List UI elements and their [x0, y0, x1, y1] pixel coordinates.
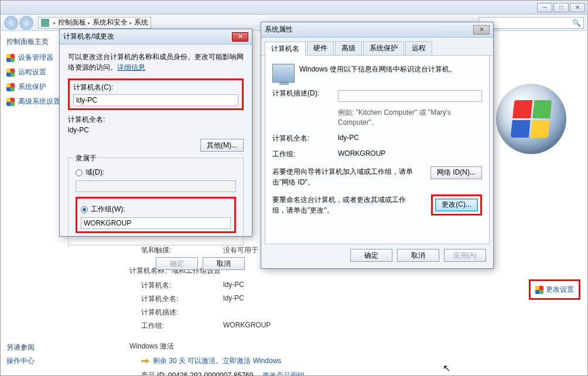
computer-name-highlight: 计算机名(C):: [68, 78, 244, 110]
tab-remote[interactable]: 远程: [405, 41, 432, 55]
activation-link[interactable]: 剩余 30 天 可以激活。立即激活 Windows: [141, 356, 576, 366]
intro-text: Windows 使用以下信息在网络中标识这台计算机。: [299, 64, 456, 74]
workgroup-value: WORKGROUP: [338, 149, 385, 159]
domain-radio-row[interactable]: 域(D):: [76, 168, 236, 177]
desc-example: 例如: "Kitchen Computer" 或 "Mary's Compute…: [338, 108, 482, 128]
domain-input[interactable]: [76, 180, 236, 192]
breadcrumb-item[interactable]: 系统和安全: [93, 18, 128, 28]
computer-name-field-label: 计算机名(C):: [73, 83, 238, 93]
change-product-key-link[interactable]: 更改产品密钥: [262, 371, 305, 376]
breadcrumb[interactable]: ▸ 控制面板 ▸ 系统和安全 ▸ 系统: [38, 17, 151, 29]
sidebar-item-label: 高级系统设置: [18, 97, 60, 107]
forward-button[interactable]: ›: [19, 16, 33, 30]
change-settings-link[interactable]: 更改设置: [535, 285, 574, 295]
cursor-icon: ↖: [443, 363, 450, 374]
dialog-close-button[interactable]: ✕: [473, 25, 490, 35]
breadcrumb-item[interactable]: 控制面板: [58, 18, 86, 28]
workgroup-label: 工作组:: [272, 149, 338, 159]
dialog-computer-name-domain: 计算机名/域更改 ✕ 可以更改这台计算机的名称和成员身份。更改可能影响网络资源的…: [59, 29, 252, 237]
back-button[interactable]: ‹: [4, 16, 18, 30]
domain-label: 域(D):: [86, 168, 104, 177]
workgroup-highlight: 工作组(W):: [76, 197, 236, 233]
change-settings-highlight: 更改设置: [529, 279, 580, 300]
shield-icon: [6, 54, 15, 62]
desc-label: 计算机描述(D):: [272, 88, 338, 102]
sidebar-item-label: 设备管理器: [18, 53, 53, 63]
dialog-close-button[interactable]: ✕: [232, 32, 248, 42]
workgroup-value: WORKGROUP: [223, 321, 271, 331]
minimize-button[interactable]: ─: [537, 3, 552, 12]
sidebar-item-label: 系统保护: [18, 82, 46, 92]
tab-hardware[interactable]: 硬件: [307, 41, 334, 55]
full-name-label: 计算机全名:: [141, 294, 223, 304]
search-icon: 🔍: [572, 19, 581, 27]
window-titlebar: ─ □ ✕: [1, 1, 587, 15]
dialog-description: 可以更改这台计算机的名称和成员身份。更改可能影响网络资源的访问。详细信息: [68, 52, 244, 73]
dialog-titlebar[interactable]: 系统属性 ✕: [261, 22, 493, 37]
activation-title: Windows 激活: [129, 341, 576, 351]
maximize-button[interactable]: □: [553, 3, 569, 12]
workgroup-radio[interactable]: [81, 206, 88, 213]
rename-text: 要重命名这台计算机，或者更改其域或工作组，请单击"更改"。: [272, 194, 419, 216]
tab-system-protection[interactable]: 系统保护: [363, 41, 404, 55]
action-center-link[interactable]: 操作中心: [6, 356, 35, 366]
domain-radio[interactable]: [76, 169, 83, 176]
cancel-button[interactable]: 取消: [397, 249, 439, 262]
product-id: 产品 ID: 00426-292-0000007-85769: [141, 371, 253, 376]
network-id-button[interactable]: 网络 ID(N)...: [430, 166, 482, 179]
breadcrumb-item[interactable]: 系统: [134, 18, 148, 28]
computer-icon: [41, 19, 49, 27]
computer-icon: [272, 64, 295, 83]
key-icon: [141, 357, 149, 365]
cancel-button[interactable]: 取消: [203, 257, 245, 270]
change-settings-label: 更改设置: [546, 285, 574, 295]
shield-icon: [6, 98, 15, 106]
tab-computer-name[interactable]: 计算机名: [265, 42, 306, 56]
workgroup-label: 工作组:: [141, 321, 223, 331]
search-input[interactable]: 🔍: [478, 17, 584, 29]
dialog-system-properties: 系统属性 ✕ 计算机名 硬件 高级 系统保护 远程 Windows 使用以下信息…: [261, 22, 494, 269]
full-name-label: 计算机全名:: [68, 115, 244, 125]
activation-text: 剩余 30 天 可以激活。立即激活 Windows: [153, 356, 281, 366]
detail-link[interactable]: 详细信息: [117, 63, 145, 71]
wizard-text: 若要使用向导将计算机加入域或工作组，请单击"网络 ID"。: [272, 166, 419, 187]
shield-icon: [535, 286, 543, 294]
shield-icon: [6, 83, 15, 91]
computer-description-input[interactable]: [338, 90, 482, 102]
full-name-label: 计算机全名:: [272, 134, 338, 143]
computer-name-value: ldy-PC: [223, 281, 244, 290]
change-button[interactable]: 更改(C)...: [435, 199, 478, 211]
other-button[interactable]: 其他(M)...: [200, 139, 244, 152]
apply-button[interactable]: 应用(A): [444, 249, 486, 262]
desc-label: 计算机描述:: [141, 307, 223, 317]
workgroup-radio-row[interactable]: 工作组(W):: [81, 204, 231, 214]
workgroup-label: 工作组(W):: [91, 204, 125, 214]
shield-icon: [6, 69, 15, 77]
dialog-title: 计算机名/域更改: [63, 32, 114, 42]
dialog-title: 系统属性: [265, 25, 293, 35]
sidebar-item-label: 远程设置: [18, 67, 46, 77]
member-of-fieldset: 隶属于 域(D): 工作组(W):: [68, 158, 244, 245]
full-name-value: ldy-PC: [223, 294, 244, 304]
change-button-highlight: 更改(C)...: [431, 194, 482, 216]
dialog-titlebar[interactable]: 计算机名/域更改 ✕: [60, 29, 252, 45]
tab-advanced[interactable]: 高级: [335, 41, 362, 55]
close-button[interactable]: ✕: [570, 3, 585, 12]
windows-logo: [496, 84, 566, 154]
computer-name-label: 计算机名:: [141, 281, 223, 290]
see-also-label: 另请参阅: [6, 343, 35, 353]
ok-button[interactable]: 确定: [350, 249, 392, 262]
computer-name-input[interactable]: [73, 94, 238, 106]
workgroup-input[interactable]: [81, 217, 231, 229]
member-of-legend: 隶属于: [73, 153, 99, 163]
ok-button[interactable]: 确定: [156, 257, 198, 270]
full-name-value: ldy-PC: [68, 126, 244, 134]
full-name-value: ldy-PC: [338, 134, 359, 143]
tabs: 计算机名 硬件 高级 系统保护 远程: [261, 37, 493, 56]
